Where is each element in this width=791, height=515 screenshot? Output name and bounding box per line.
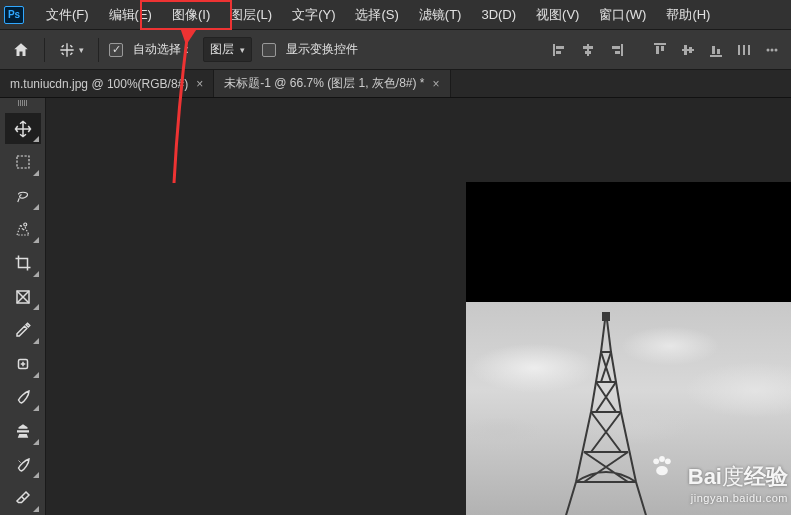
- align-right-icon[interactable]: [605, 39, 627, 61]
- tool-indicator[interactable]: ▾: [55, 40, 88, 60]
- svg-point-29: [653, 458, 659, 464]
- distribute-icon[interactable]: [733, 39, 755, 61]
- tab-label: m.tuniucdn.jpg @ 100%(RGB/8#): [10, 77, 188, 91]
- close-icon[interactable]: ×: [196, 77, 203, 91]
- align-bottom-icon[interactable]: [705, 39, 727, 61]
- menu-image[interactable]: 图像(I): [162, 2, 220, 28]
- svg-rect-15: [710, 55, 722, 57]
- svg-point-21: [767, 48, 770, 51]
- eiffel-tower: [546, 312, 666, 515]
- menu-window[interactable]: 窗口(W): [589, 2, 656, 28]
- menu-edit[interactable]: 编辑(E): [99, 2, 162, 28]
- canvas-area[interactable]: Bai度经验 jingyan.baidu.com: [46, 98, 791, 515]
- svg-rect-28: [603, 312, 609, 320]
- eraser-tool[interactable]: [5, 482, 41, 514]
- svg-rect-4: [583, 46, 593, 49]
- crop-tool[interactable]: [5, 247, 41, 279]
- target-dropdown-value: 图层: [210, 41, 234, 58]
- menu-type[interactable]: 文字(Y): [282, 2, 345, 28]
- target-dropdown[interactable]: 图层 ▾: [203, 37, 252, 62]
- chevron-down-icon: ▾: [240, 45, 245, 55]
- workspace: Bai度经验 jingyan.baidu.com: [0, 98, 791, 515]
- menu-select[interactable]: 选择(S): [345, 2, 408, 28]
- divider: [98, 38, 99, 62]
- svg-rect-1: [556, 46, 564, 49]
- tools-panel: [0, 98, 46, 515]
- menu-filter[interactable]: 滤镜(T): [409, 2, 472, 28]
- align-left-icon[interactable]: [549, 39, 571, 61]
- align-top-icon[interactable]: [649, 39, 671, 61]
- menu-3d[interactable]: 3D(D): [471, 3, 526, 26]
- svg-rect-3: [587, 44, 589, 56]
- align-middle-v-icon[interactable]: [677, 39, 699, 61]
- menubar: Ps 文件(F) 编辑(E) 图像(I) 图层(L) 文字(Y) 选择(S) 滤…: [0, 0, 791, 30]
- svg-point-22: [771, 48, 774, 51]
- svg-point-30: [659, 456, 665, 462]
- svg-rect-10: [656, 46, 659, 54]
- auto-select-checkbox[interactable]: [109, 43, 123, 57]
- svg-point-23: [775, 48, 778, 51]
- menu-view[interactable]: 视图(V): [526, 2, 589, 28]
- eyedropper-tool[interactable]: [5, 314, 41, 346]
- svg-rect-24: [17, 156, 29, 168]
- divider: [44, 38, 45, 62]
- panel-grip[interactable]: [8, 100, 38, 108]
- clone-stamp-tool[interactable]: [5, 415, 41, 447]
- menu-file[interactable]: 文件(F): [36, 2, 99, 28]
- canvas-black-region: [466, 182, 791, 302]
- svg-rect-5: [585, 51, 591, 54]
- paw-icon: [648, 452, 676, 480]
- svg-rect-8: [615, 51, 620, 54]
- align-group: [549, 39, 783, 61]
- svg-rect-12: [682, 49, 694, 51]
- ps-logo: Ps: [4, 6, 24, 24]
- document-tabs: m.tuniucdn.jpg @ 100%(RGB/8#) × 未标题-1 @ …: [0, 70, 791, 98]
- menu-help[interactable]: 帮助(H): [656, 2, 720, 28]
- document-tab[interactable]: m.tuniucdn.jpg @ 100%(RGB/8#) ×: [0, 70, 214, 97]
- svg-rect-17: [717, 49, 720, 54]
- show-transform-checkbox[interactable]: [262, 43, 276, 57]
- svg-point-31: [665, 458, 671, 464]
- svg-point-25: [23, 223, 26, 226]
- watermark-url: jingyan.baidu.com: [688, 492, 788, 504]
- svg-rect-2: [556, 51, 561, 54]
- brush-tool[interactable]: [5, 382, 41, 414]
- svg-rect-11: [661, 46, 664, 51]
- watermark: Bai度经验 jingyan.baidu.com: [688, 462, 788, 504]
- chevron-down-icon: ▾: [79, 45, 84, 55]
- more-options-icon[interactable]: [761, 39, 783, 61]
- watermark-brand2: 经验: [744, 464, 788, 489]
- options-bar: ▾ 自动选择： 图层 ▾ 显示变换控件: [0, 30, 791, 70]
- menu-layer[interactable]: 图层(L): [220, 2, 282, 28]
- svg-rect-6: [621, 44, 623, 56]
- auto-select-label: 自动选择：: [133, 41, 193, 58]
- close-icon[interactable]: ×: [433, 77, 440, 91]
- svg-rect-16: [712, 46, 715, 54]
- svg-rect-18: [738, 45, 740, 55]
- align-center-h-icon[interactable]: [577, 39, 599, 61]
- tab-label: 未标题-1 @ 66.7% (图层 1, 灰色/8#) *: [224, 75, 424, 92]
- marquee-tool[interactable]: [5, 146, 41, 178]
- lasso-tool[interactable]: [5, 180, 41, 212]
- healing-brush-tool[interactable]: [5, 348, 41, 380]
- svg-rect-19: [743, 45, 745, 55]
- home-icon[interactable]: [8, 37, 34, 63]
- svg-rect-13: [684, 45, 687, 55]
- document-tab[interactable]: 未标题-1 @ 66.7% (图层 1, 灰色/8#) * ×: [214, 70, 450, 97]
- svg-rect-20: [748, 45, 750, 55]
- frame-tool[interactable]: [5, 281, 41, 313]
- canvas-image: Bai度经验 jingyan.baidu.com: [466, 302, 791, 515]
- svg-rect-9: [654, 43, 666, 45]
- svg-rect-0: [553, 44, 555, 56]
- watermark-brand: Bai: [688, 464, 722, 489]
- svg-point-32: [656, 466, 668, 475]
- quick-select-tool[interactable]: [5, 214, 41, 246]
- move-tool[interactable]: [5, 113, 41, 145]
- svg-rect-7: [612, 46, 620, 49]
- history-brush-tool[interactable]: [5, 449, 41, 481]
- show-transform-label: 显示变换控件: [286, 41, 358, 58]
- svg-rect-14: [689, 47, 692, 53]
